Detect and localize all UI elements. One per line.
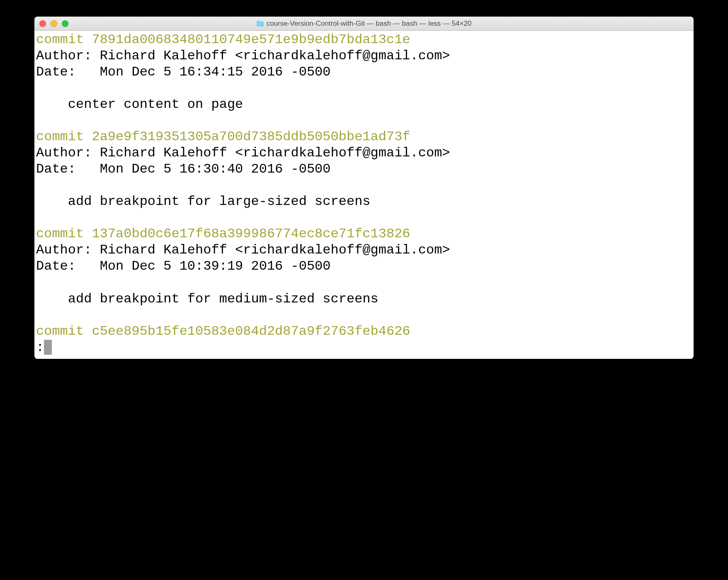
less-prompt-char: : xyxy=(36,339,44,356)
window-traffic-lights xyxy=(39,20,68,27)
terminal-output[interactable]: commit 7891da00683480110749e571e9b9edb7b… xyxy=(34,31,694,359)
commit-date-line: Date: Mon Dec 5 16:34:15 2016 -0500 xyxy=(36,64,692,80)
window-title-text: course-Version-Control-with-Git — bash —… xyxy=(267,19,472,28)
blank-line xyxy=(36,80,692,96)
blank-line xyxy=(36,274,692,290)
window-title: course-Version-Control-with-Git — bash —… xyxy=(257,19,472,28)
maximize-icon[interactable] xyxy=(62,20,68,27)
blank-line xyxy=(36,177,692,193)
commit-hash-line: commit c5ee895b15fe10583e084d2d87a9f2763… xyxy=(36,323,692,339)
commit-author-line: Author: Richard Kalehoff <richardkalehof… xyxy=(36,48,692,64)
commit-message: add breakpoint for large-sized screens xyxy=(36,193,692,210)
commit-date-line: Date: Mon Dec 5 10:39:19 2016 -0500 xyxy=(36,258,692,274)
close-icon[interactable] xyxy=(39,20,46,27)
blank-line xyxy=(36,112,692,129)
less-prompt[interactable]: : xyxy=(36,339,692,356)
window-titlebar: course-Version-Control-with-Git — bash —… xyxy=(34,17,694,31)
commit-author-line: Author: Richard Kalehoff <richardkalehof… xyxy=(36,145,692,161)
commit-hash-line: commit 137a0bd0c6e17f68a399986774ec8ce71… xyxy=(36,226,692,242)
commit-hash-line: commit 2a9e9f319351305a700d7385ddb5050bb… xyxy=(36,129,692,145)
blank-line xyxy=(36,307,692,323)
cursor-icon xyxy=(44,340,52,355)
folder-icon xyxy=(257,21,264,27)
terminal-window: course-Version-Control-with-Git — bash —… xyxy=(34,17,694,359)
commit-author-line: Author: Richard Kalehoff <richardkalehof… xyxy=(36,242,692,258)
commit-message: add breakpoint for medium-sized screens xyxy=(36,291,692,307)
commit-message: center content on page xyxy=(36,96,692,112)
commit-hash-line: commit 7891da00683480110749e571e9b9edb7b… xyxy=(36,32,692,48)
minimize-icon[interactable] xyxy=(51,20,57,27)
commit-date-line: Date: Mon Dec 5 16:30:40 2016 -0500 xyxy=(36,161,692,177)
blank-line xyxy=(36,210,692,226)
